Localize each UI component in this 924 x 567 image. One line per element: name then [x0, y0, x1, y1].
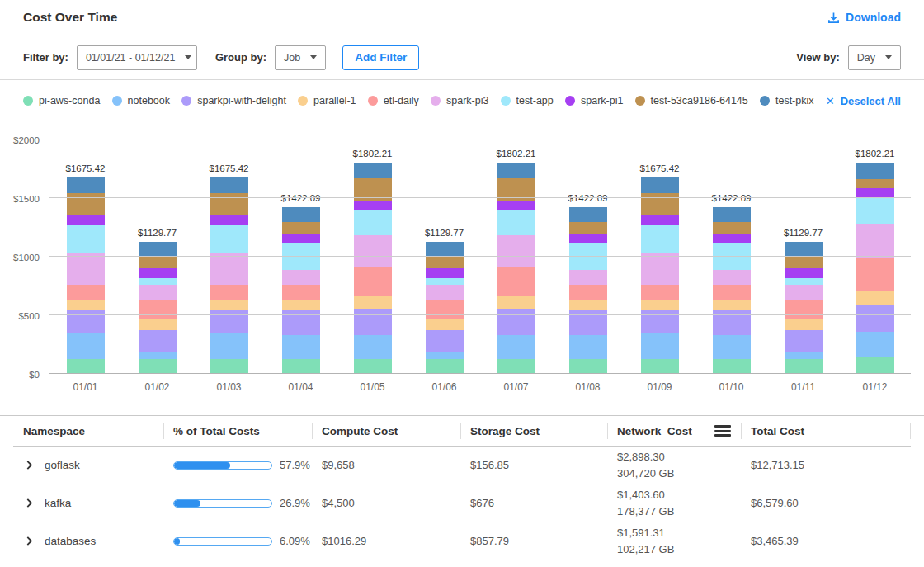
- bar-segment-sparkpi-with-delight[interactable]: [426, 330, 464, 352]
- bar-segment-test-app[interactable]: [354, 210, 392, 235]
- bar-segment-spark-pi1[interactable]: [785, 268, 823, 279]
- bar-segment-etl-daily[interactable]: [354, 267, 392, 296]
- bar-segment-parallel-1[interactable]: [497, 296, 535, 309]
- bar-segment-notebook[interactable]: [641, 333, 679, 359]
- legend-item-etl-daily[interactable]: etl-daily: [368, 95, 419, 106]
- bar-segment-test-app[interactable]: [785, 278, 823, 285]
- bar-segment-notebook[interactable]: [354, 335, 392, 359]
- stacked-bar-01/10[interactable]: [713, 207, 751, 374]
- bar-segment-spark-pi1[interactable]: [210, 215, 248, 225]
- bar-segment-spark-pi3[interactable]: [856, 224, 894, 258]
- column-header-storage[interactable]: Storage Cost: [460, 416, 607, 446]
- bar-segment-parallel-1[interactable]: [569, 300, 607, 310]
- bar-segment-etl-daily[interactable]: [713, 285, 751, 300]
- bar-segment-pi-aws-conda[interactable]: [139, 359, 177, 374]
- bar-segment-notebook[interactable]: [67, 333, 105, 359]
- expand-row-button[interactable]: [25, 536, 34, 546]
- legend-item-sparkpi-with-delight[interactable]: sparkpi-with-delight: [182, 95, 286, 106]
- legend-item-pi-aws-conda[interactable]: pi-aws-conda: [23, 95, 100, 106]
- bar-segment-test-pkix[interactable]: [785, 242, 823, 256]
- legend-item-spark-pi3[interactable]: spark-pi3: [431, 95, 488, 106]
- bar-segment-test-app[interactable]: [856, 198, 894, 224]
- expand-row-button[interactable]: [25, 461, 34, 470]
- bar-segment-test-app[interactable]: [139, 278, 177, 285]
- bar-segment-parallel-1[interactable]: [210, 300, 248, 310]
- bar-segment-etl-daily[interactable]: [497, 267, 535, 296]
- group-by-select[interactable]: Job: [275, 45, 326, 70]
- bar-segment-pi-aws-conda[interactable]: [713, 359, 751, 374]
- bar-segment-etl-daily[interactable]: [569, 285, 607, 300]
- bar-segment-spark-pi3[interactable]: [354, 235, 392, 267]
- bar-segment-parallel-1[interactable]: [713, 300, 751, 310]
- bar-segment-test-app[interactable]: [210, 225, 248, 253]
- stacked-bar-01/02[interactable]: [139, 242, 177, 374]
- bar-segment-notebook[interactable]: [426, 352, 464, 360]
- bar-segment-test-53ca9186-64145[interactable]: [282, 222, 320, 234]
- bar-segment-spark-pi3[interactable]: [569, 270, 607, 285]
- bar-segment-notebook[interactable]: [569, 335, 607, 360]
- bar-segment-test-pkix[interactable]: [497, 163, 535, 177]
- bar-segment-pi-aws-conda[interactable]: [282, 359, 320, 374]
- bar-segment-etl-daily[interactable]: [67, 285, 105, 301]
- bar-segment-notebook[interactable]: [210, 333, 248, 359]
- bar-segment-test-app[interactable]: [67, 225, 105, 253]
- bar-segment-test-pkix[interactable]: [210, 177, 248, 193]
- bar-segment-test-pkix[interactable]: [856, 163, 894, 179]
- add-filter-button[interactable]: Add Filter: [342, 45, 419, 70]
- column-header-total[interactable]: Total Cost: [741, 416, 911, 446]
- bar-segment-sparkpi-with-delight[interactable]: [354, 309, 392, 336]
- bar-segment-pi-aws-conda[interactable]: [856, 357, 894, 374]
- bar-segment-spark-pi3[interactable]: [67, 253, 105, 284]
- bar-segment-parallel-1[interactable]: [856, 291, 894, 305]
- bar-segment-pi-aws-conda[interactable]: [426, 359, 464, 374]
- stacked-bar-01/01[interactable]: [67, 177, 105, 374]
- bar-segment-test-pkix[interactable]: [641, 177, 679, 193]
- bar-segment-parallel-1[interactable]: [426, 319, 464, 330]
- legend-item-test-pkix[interactable]: test-pkix: [760, 95, 814, 106]
- download-button[interactable]: Download: [827, 11, 901, 24]
- bar-segment-parallel-1[interactable]: [67, 300, 105, 310]
- bar-segment-spark-pi1[interactable]: [569, 234, 607, 243]
- bar-segment-notebook[interactable]: [856, 332, 894, 358]
- bar-segment-test-pkix[interactable]: [354, 163, 392, 177]
- stacked-bar-01/09[interactable]: [641, 177, 679, 374]
- bar-segment-spark-pi1[interactable]: [67, 215, 105, 225]
- stacked-bar-01/05[interactable]: [354, 163, 392, 374]
- bar-segment-pi-aws-conda[interactable]: [67, 359, 105, 374]
- legend-item-parallel-1[interactable]: parallel-1: [298, 95, 356, 106]
- bar-segment-spark-pi1[interactable]: [856, 188, 894, 198]
- bar-segment-test-app[interactable]: [426, 278, 464, 285]
- bar-segment-test-53ca9186-64145[interactable]: [856, 179, 894, 188]
- bar-segment-spark-pi3[interactable]: [713, 270, 751, 285]
- column-header-network[interactable]: Network Cost: [607, 416, 741, 446]
- bar-segment-etl-daily[interactable]: [426, 300, 464, 319]
- bar-segment-spark-pi1[interactable]: [426, 268, 464, 279]
- column-header-compute[interactable]: Compute Cost: [312, 416, 460, 446]
- bar-segment-parallel-1[interactable]: [354, 296, 392, 309]
- bar-segment-notebook[interactable]: [282, 335, 320, 360]
- column-header-namespace[interactable]: Namespace: [13, 416, 163, 446]
- stacked-bar-01/06[interactable]: [426, 242, 464, 374]
- date-range-select[interactable]: 01/01/21 - 01/12/21: [77, 45, 197, 70]
- bar-segment-etl-daily[interactable]: [210, 285, 248, 301]
- bar-segment-etl-daily[interactable]: [641, 285, 679, 301]
- legend-item-spark-pi1[interactable]: spark-pi1: [565, 95, 623, 106]
- bar-segment-test-pkix[interactable]: [713, 207, 751, 222]
- bar-segment-test-pkix[interactable]: [67, 177, 105, 193]
- bar-segment-test-pkix[interactable]: [282, 207, 320, 222]
- view-by-select[interactable]: Day: [848, 45, 901, 70]
- bar-segment-parallel-1[interactable]: [785, 319, 823, 330]
- bar-segment-spark-pi1[interactable]: [139, 268, 177, 279]
- bar-segment-test-53ca9186-64145[interactable]: [713, 222, 751, 234]
- column-header-percent-total[interactable]: % of Total Costs: [163, 416, 312, 446]
- bar-segment-etl-daily[interactable]: [139, 300, 177, 319]
- bar-segment-notebook[interactable]: [497, 335, 535, 359]
- bar-segment-test-app[interactable]: [497, 210, 535, 235]
- stacked-bar-01/11[interactable]: [785, 242, 823, 374]
- stacked-bar-01/12[interactable]: [856, 163, 894, 374]
- bar-segment-spark-pi3[interactable]: [426, 285, 464, 299]
- bar-segment-pi-aws-conda[interactable]: [785, 359, 823, 374]
- bar-segment-parallel-1[interactable]: [641, 300, 679, 310]
- bar-segment-pi-aws-conda[interactable]: [641, 359, 679, 374]
- bar-segment-sparkpi-with-delight[interactable]: [856, 305, 894, 332]
